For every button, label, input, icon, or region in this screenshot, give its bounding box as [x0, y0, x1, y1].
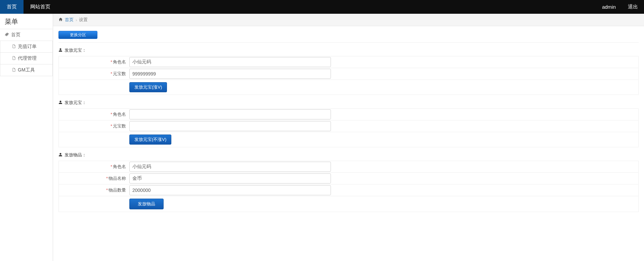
- role-name-label: *角色名: [59, 109, 129, 120]
- section-title-text: 发放元宝：: [65, 100, 86, 106]
- gear-icon: [5, 32, 9, 38]
- section-title-text: 发放物品：: [65, 152, 86, 158]
- submit-yuanbao-novip-button[interactable]: 发放元宝(不涨V): [129, 135, 171, 145]
- home-icon: [58, 17, 63, 22]
- item-qty-input[interactable]: [129, 185, 331, 195]
- sidebar-item-label: GM工具: [18, 67, 35, 73]
- form-row: *角色名: [58, 56, 639, 68]
- file-icon: [12, 67, 16, 73]
- yuanbao-amount-input-novip[interactable]: [129, 121, 331, 131]
- item-name-input[interactable]: [129, 173, 331, 184]
- sidebar: 菜单 首页 充值订单 代理管理: [0, 14, 53, 261]
- role-name-label: *角色名: [59, 56, 129, 68]
- page-body: 更换分区 发放元宝： *角色名 *元宝数 发放元宝(涨V): [53, 26, 644, 219]
- sidebar-menu-list: 充值订单 代理管理 GM工具: [0, 41, 53, 76]
- main-layout: 菜单 首页 充值订单 代理管理: [0, 14, 644, 261]
- form-row: *元宝数: [58, 120, 639, 132]
- form-row: *物品名称: [58, 173, 639, 185]
- submit-grant-item-button[interactable]: 发放物品: [129, 199, 164, 209]
- role-name-input-vip[interactable]: [129, 57, 331, 67]
- nav-home[interactable]: 首页: [0, 0, 24, 14]
- sidebar-item-label: 代理管理: [18, 55, 37, 61]
- breadcrumb-current: 设置: [79, 17, 88, 23]
- nav-logout[interactable]: 退出: [622, 0, 644, 14]
- sidebar-item-recharge[interactable]: 充值订单: [0, 41, 53, 53]
- yuanbao-amount-input-vip[interactable]: [129, 69, 331, 79]
- nav-right: admin 退出: [596, 0, 644, 14]
- file-icon: [12, 56, 16, 61]
- change-zone-button[interactable]: 更换分区: [58, 31, 97, 39]
- content-area: 首页 › 设置 更换分区 发放元宝： *角色名 *元宝数: [53, 14, 644, 261]
- person-icon: [58, 48, 62, 53]
- section-title-yuanbao-vip: 发放元宝：: [58, 43, 639, 56]
- sidebar-item-label: 充值订单: [18, 44, 37, 50]
- breadcrumb-home-link[interactable]: 首页: [65, 17, 74, 23]
- form-submit-row: 发放元宝(涨V): [58, 80, 639, 95]
- item-name-label: *物品名称: [59, 173, 129, 184]
- sidebar-item-agent[interactable]: 代理管理: [0, 53, 53, 64]
- form-submit-row: 发放物品: [58, 196, 639, 212]
- sidebar-group-home[interactable]: 首页: [0, 29, 53, 41]
- form-row: *角色名: [58, 161, 639, 173]
- nav-user[interactable]: admin: [596, 0, 622, 14]
- top-navbar: 首页 网站首页 admin 退出: [0, 0, 644, 14]
- sidebar-item-gmtool[interactable]: GM工具: [0, 64, 53, 76]
- person-icon: [58, 100, 62, 105]
- sidebar-title: 菜单: [0, 14, 53, 29]
- file-icon: [12, 44, 16, 49]
- change-zone-wrap: 更换分区: [58, 29, 639, 43]
- breadcrumb-separator: ›: [76, 17, 77, 22]
- form-row: *元宝数: [58, 68, 639, 80]
- form-submit-row: 发放元宝(不涨V): [58, 132, 639, 147]
- role-name-label: *角色名: [59, 161, 129, 172]
- form-row: *物品数量: [58, 185, 639, 196]
- section-title-grant-item: 发放物品：: [58, 147, 639, 161]
- role-name-input-item[interactable]: [129, 162, 331, 172]
- person-icon: [58, 153, 62, 158]
- nav-site-home[interactable]: 网站首页: [24, 0, 57, 14]
- yuanbao-amount-label: *元宝数: [59, 68, 129, 80]
- submit-yuanbao-vip-button[interactable]: 发放元宝(涨V): [129, 82, 167, 92]
- section-title-text: 发放元宝：: [65, 47, 86, 53]
- sidebar-group-label: 首页: [11, 32, 20, 38]
- breadcrumb: 首页 › 设置: [53, 14, 644, 26]
- nav-left: 首页 网站首页: [0, 0, 57, 14]
- yuanbao-amount-label: *元宝数: [59, 120, 129, 132]
- role-name-input-novip[interactable]: [129, 109, 331, 119]
- form-row: *角色名: [58, 108, 639, 120]
- item-qty-label: *物品数量: [59, 185, 129, 196]
- section-title-yuanbao-novip: 发放元宝：: [58, 95, 639, 108]
